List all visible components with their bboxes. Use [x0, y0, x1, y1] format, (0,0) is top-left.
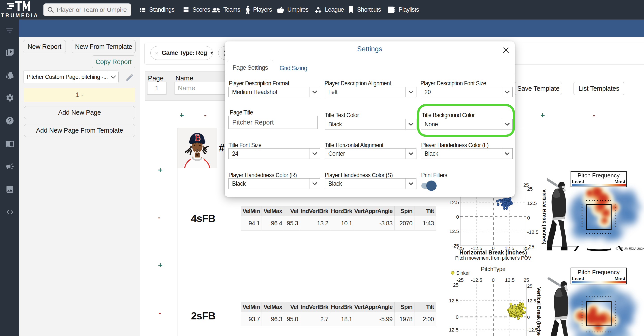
- svg-text:-12.5: -12.5: [471, 277, 482, 283]
- svg-text:Pitch movement from pitcher's: Pitch movement from pitcher's POV: [455, 255, 532, 261]
- svg-text:© TRUMEDIA 2024: © TRUMEDIA 2024: [616, 247, 644, 250]
- svg-text:12.5: 12.5: [449, 298, 458, 303]
- svg-text:0: 0: [456, 314, 458, 320]
- svg-text:0: 0: [456, 214, 459, 220]
- svg-text:Horizontal Break (inches): Horizontal Break (inches): [460, 249, 527, 256]
- svg-text:Least: Least: [572, 179, 584, 184]
- svg-text:Vertical Break (inches): Vertical Break (inches): [542, 189, 546, 245]
- svg-text:-12.5: -12.5: [527, 229, 538, 235]
- svg-text:0: 0: [527, 215, 530, 221]
- svg-text:Pitch Frequency: Pitch Frequency: [578, 269, 620, 275]
- svg-text:25: 25: [524, 277, 529, 283]
- svg-text:25: 25: [527, 283, 532, 288]
- svg-text:0: 0: [527, 314, 530, 320]
- svg-text:0: 0: [492, 277, 494, 283]
- svg-text:Vertical Break (inches): Vertical Break (inches): [536, 287, 542, 336]
- svg-text:12.5: 12.5: [527, 298, 536, 303]
- svg-text:Most: Most: [614, 179, 626, 184]
- svg-text:Most: Most: [614, 276, 626, 281]
- svg-text:Sinker: Sinker: [456, 270, 470, 276]
- svg-text:12.5: 12.5: [449, 200, 459, 205]
- svg-text:Pitch Frequency: Pitch Frequency: [578, 172, 620, 179]
- svg-text:12.5: 12.5: [527, 200, 537, 206]
- svg-text:12.5: 12.5: [505, 277, 515, 283]
- svg-text:-12.5: -12.5: [527, 327, 538, 332]
- svg-text:25: 25: [524, 183, 529, 188]
- svg-text:25: 25: [453, 282, 458, 288]
- svg-text:PitchType: PitchType: [481, 266, 506, 272]
- svg-text:Least: Least: [572, 276, 584, 281]
- svg-text:-12.5: -12.5: [449, 228, 459, 234]
- svg-text:-12.5: -12.5: [449, 327, 458, 333]
